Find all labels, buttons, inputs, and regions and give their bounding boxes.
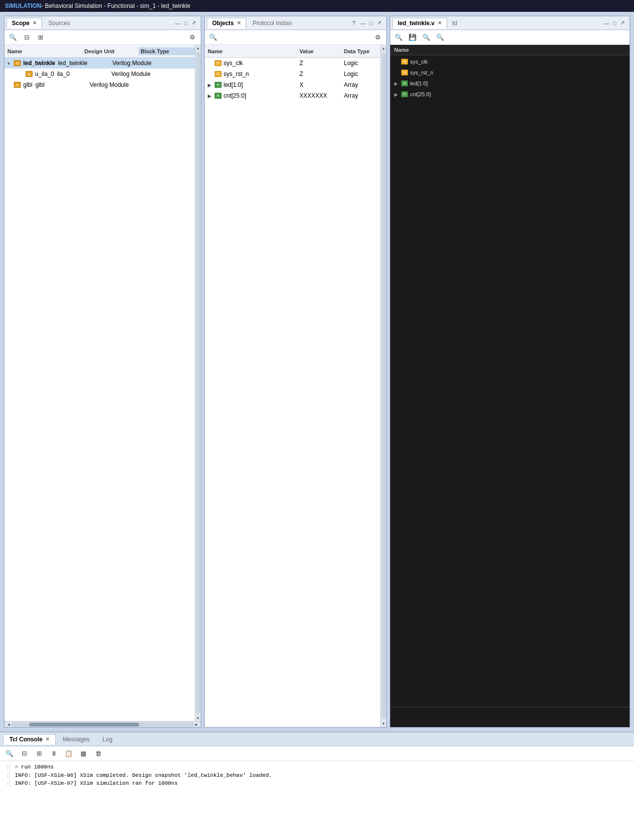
tab-protocol[interactable]: Protocol Instan bbox=[247, 18, 298, 29]
source-zoom-in-btn[interactable]: 🔍 bbox=[421, 33, 432, 42]
scope-tab-controls: — □ ↗ bbox=[174, 19, 199, 27]
tree-row-glbl[interactable]: M glbl glbl Verilog Module bbox=[4, 79, 201, 90]
console-grid-btn[interactable]: ▦ bbox=[78, 749, 89, 759]
source-minimize-btn[interactable]: — bbox=[602, 20, 610, 27]
source-expand-cnt[interactable]: ▶ bbox=[394, 92, 401, 97]
source-expand-led[interactable]: ▶ bbox=[394, 81, 401, 86]
source-signal-list[interactable]: ≋ sys_clk ≋ sys_rst_n ▶ ≋ led[1:0] bbox=[390, 55, 630, 101]
scope-tab-bar: Scope ✕ Sources — □ ↗ bbox=[4, 16, 201, 30]
tab-scope[interactable]: Scope ✕ bbox=[6, 18, 42, 29]
objects-tree[interactable]: ≋ sys_clk Z Logic ≋ sys_rst_n Z Logic ▶ … bbox=[205, 58, 386, 727]
scope-vscroll-up[interactable]: ▴ bbox=[196, 45, 200, 51]
objects-maximize-btn[interactable]: □ bbox=[369, 20, 374, 27]
console-search-btn[interactable]: 🔍 bbox=[4, 749, 15, 759]
scope-float-btn[interactable]: ↗ bbox=[190, 19, 197, 27]
source-toolbar: 🔍 💾 🔍 🔍 bbox=[390, 30, 630, 45]
expand-cnt[interactable]: ▶ bbox=[208, 93, 215, 99]
scope-col-block: Block Type bbox=[139, 47, 198, 55]
tab-messages[interactable]: Messages bbox=[57, 734, 96, 745]
source-save-btn[interactable]: 💾 bbox=[407, 33, 418, 42]
source-zoom-out-btn[interactable]: 🔍 bbox=[435, 33, 446, 42]
scope-scrollbar-track[interactable] bbox=[11, 723, 194, 727]
source-maximize-btn[interactable]: □ bbox=[612, 20, 617, 27]
objects-minimize-btn[interactable]: — bbox=[359, 20, 367, 27]
source-name-col-header: Name bbox=[390, 45, 630, 55]
console-copy-btn[interactable]: 📋 bbox=[63, 749, 74, 759]
obj-vscroll-up[interactable]: ▴ bbox=[381, 45, 386, 52]
console-expand-btn[interactable]: ⊞ bbox=[34, 749, 44, 759]
scope-scroll-right[interactable]: ▸ bbox=[194, 722, 199, 727]
source-row-sys-rst-n[interactable]: ≋ sys_rst_n bbox=[390, 67, 630, 78]
tab-sources[interactable]: Sources bbox=[43, 18, 75, 29]
icon-led: ≋ bbox=[215, 82, 222, 88]
obj-col-name: Name bbox=[208, 48, 299, 54]
obj-row-sys-rst-n[interactable]: ≋ sys_rst_n Z Logic bbox=[205, 69, 386, 79]
scope-hscroll[interactable]: ◂ ▸ bbox=[4, 721, 201, 727]
tab-scope-close[interactable]: ✕ bbox=[33, 20, 37, 26]
obj-row-led[interactable]: ▶ ≋ led[1:0] X Array bbox=[205, 79, 386, 90]
expand-led[interactable]: ▶ bbox=[208, 82, 215, 88]
source-row-led[interactable]: ▶ ≋ led[1:0] bbox=[390, 78, 630, 89]
app-name: SIMULATION bbox=[5, 2, 41, 9]
console-toolbar: 🔍 ⊟ ⊞ ⏸ 📋 ▦ 🗑 bbox=[0, 746, 634, 761]
source-float-btn[interactable]: ↗ bbox=[619, 19, 626, 27]
app-subtitle: - Behavioral Simulation - Functional - s… bbox=[41, 2, 190, 9]
design-u-ila-0: ila_0 bbox=[57, 71, 112, 77]
scope-vscroll-track[interactable] bbox=[196, 52, 200, 714]
tab-source-close[interactable]: ✕ bbox=[438, 20, 442, 26]
scope-collapse-btn[interactable]: ⊟ bbox=[21, 33, 32, 42]
source-tab-bar: led_twinkle.v ✕ td — □ ↗ bbox=[390, 16, 630, 30]
tab-objects[interactable]: Objects ✕ bbox=[207, 18, 246, 29]
objects-vscroll[interactable]: ▴ ▾ bbox=[380, 45, 386, 727]
scope-maximize-btn[interactable]: □ bbox=[183, 20, 188, 27]
design-glbl: glbl bbox=[36, 81, 90, 88]
console-line-3: ; INFO: [USF-XSim-97] XSim simulation ra… bbox=[5, 779, 629, 788]
source-row-cnt[interactable]: ▶ ≋ cnt[25:0] bbox=[390, 89, 630, 100]
scope-col-name: Name bbox=[7, 48, 84, 54]
scope-vscroll-down[interactable]: ▾ bbox=[196, 715, 200, 721]
console-pause-btn[interactable]: ⏸ bbox=[48, 749, 59, 759]
tab-console-close[interactable]: ✕ bbox=[45, 736, 49, 742]
source-content: Name ≋ sys_clk ≋ sys_rst_n bbox=[390, 45, 630, 727]
scope-col-design: Design Unit bbox=[84, 48, 139, 54]
obj-row-cnt[interactable]: ▶ ≋ cnt[25:0] XXXXXXX Array bbox=[205, 90, 386, 101]
tab-log[interactable]: Log bbox=[97, 734, 118, 745]
source-row-sys-clk[interactable]: ≋ sys_clk bbox=[390, 56, 630, 67]
tab-source-td[interactable]: td bbox=[447, 18, 463, 29]
console-collapse-btn[interactable]: ⊟ bbox=[19, 749, 30, 759]
objects-col-headers: Name Value Data Type bbox=[205, 45, 386, 58]
obj-row-sys-clk[interactable]: ≋ sys_clk Z Logic bbox=[205, 58, 386, 69]
obj-vscroll-track[interactable] bbox=[382, 53, 386, 719]
scope-expand-btn[interactable]: ⊞ bbox=[35, 33, 46, 42]
scope-vscroll[interactable]: ▴ ▾ bbox=[195, 45, 201, 721]
scope-panel: Scope ✕ Sources — □ ↗ 🔍 ⊟ ⊞ ⚙ bbox=[4, 16, 201, 728]
objects-search-btn[interactable]: 🔍 bbox=[208, 33, 219, 42]
objects-float-btn[interactable]: ↗ bbox=[376, 19, 382, 27]
tab-tcl-console[interactable]: Tcl Console ✕ bbox=[3, 734, 56, 745]
source-icon-sys-clk: ≋ bbox=[401, 59, 408, 65]
tab-objects-close[interactable]: ✕ bbox=[237, 20, 241, 26]
objects-settings-btn[interactable]: ⚙ bbox=[373, 33, 383, 42]
scope-minimize-btn[interactable]: — bbox=[174, 20, 181, 27]
icon-sys-rst-n: ≋ bbox=[215, 71, 222, 77]
tree-row-u-ila-0[interactable]: M u_ila_0 ila_0 Verilog Module bbox=[4, 69, 201, 79]
scope-settings-btn[interactable]: ⚙ bbox=[187, 33, 198, 42]
main-layout: Scope ✕ Sources — □ ↗ 🔍 ⊟ ⊞ ⚙ bbox=[0, 12, 634, 840]
obj-vscroll-down[interactable]: ▾ bbox=[381, 720, 386, 727]
icon-glbl: M bbox=[13, 81, 21, 88]
expand-led-twinkle[interactable]: ▾ bbox=[7, 61, 13, 66]
console-content[interactable]: ; # run 1000ns ; INFO: [USF-XSim-96] XSi… bbox=[0, 761, 634, 840]
scope-scrollbar-thumb[interactable] bbox=[29, 723, 139, 727]
source-search-btn[interactable]: 🔍 bbox=[393, 33, 404, 42]
console-tab-bar: Tcl Console ✕ Messages Log bbox=[0, 732, 634, 746]
scope-search-btn[interactable]: 🔍 bbox=[7, 33, 18, 42]
console-clear-btn[interactable]: 🗑 bbox=[93, 749, 104, 759]
tree-row-led-twinkle[interactable]: ▾ M led_twinkle led_twinkle Verilog Modu… bbox=[4, 58, 201, 69]
icon-u-ila-0: M bbox=[25, 71, 33, 77]
console-line-2: ; INFO: [USF-XSim-96] XSim completed. De… bbox=[5, 771, 629, 780]
scope-tree[interactable]: ▾ M led_twinkle led_twinkle Verilog Modu… bbox=[4, 58, 201, 721]
objects-help-btn[interactable]: ? bbox=[350, 20, 358, 27]
tab-source-file[interactable]: led_twinkle.v ✕ bbox=[392, 18, 447, 29]
block-u-ila-0: Verilog Module bbox=[112, 71, 171, 77]
scope-scroll-left[interactable]: ◂ bbox=[6, 722, 11, 727]
